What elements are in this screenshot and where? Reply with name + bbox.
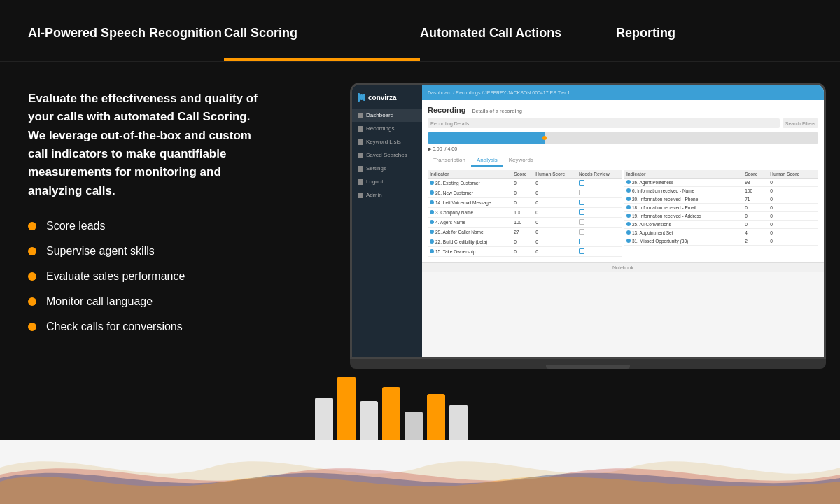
tab-keywords[interactable]: Keywords: [503, 155, 539, 167]
score-val-r: 0: [743, 204, 768, 212]
score-val-r: 93: [743, 178, 768, 187]
footer-wave-area: [0, 440, 840, 504]
human-score-val: 0: [533, 188, 577, 198]
sidebar-logout[interactable]: Logout: [352, 175, 422, 188]
content-area: Recording Details of a recording Recordi…: [422, 100, 824, 262]
sidebar-admin[interactable]: Admin: [352, 188, 422, 202]
review-checkbox[interactable]: [577, 237, 622, 247]
review-checkbox[interactable]: [577, 227, 622, 237]
bullet-text-evaluate-sales: Evaluate sales performance: [46, 270, 185, 283]
human-score-val-r: 0: [768, 220, 818, 229]
score-val: 0: [512, 198, 533, 208]
logo-bar-3: [363, 94, 365, 101]
table-row: 4. Agent Name 100 0: [428, 218, 622, 227]
indicator-name: 20. New Customer: [428, 188, 512, 198]
bullet-check-calls: Check calls for conversions: [28, 321, 266, 333]
human-score-val-r: 0: [768, 212, 818, 220]
play-button[interactable]: ▶ 0:00: [428, 146, 442, 152]
human-score-val-r: 0: [768, 195, 818, 204]
left-panel: Evaluate the effectiveness and quality o…: [0, 62, 294, 440]
chart-bar-5: [427, 394, 445, 440]
indicator-name: 3. Company Name: [428, 208, 512, 218]
score-val: 100: [512, 208, 533, 218]
col-indicator: Indicator: [428, 170, 512, 178]
recording-sub: Details of a recording: [472, 108, 522, 113]
waveform[interactable]: [428, 132, 818, 144]
sidebar-logo: convirza: [352, 89, 422, 108]
feature-list: Score leadsSupervise agent skillsEvaluat…: [28, 220, 266, 333]
nav-label-ai-speech: AI-Powered Speech Recognition: [28, 26, 222, 41]
nav-item-automated-call[interactable]: Automated Call Actions: [420, 0, 616, 61]
sidebar-recordings[interactable]: Recordings: [352, 122, 422, 135]
sidebar-keyword-lists[interactable]: Keyword Lists: [352, 135, 422, 148]
review-checkbox[interactable]: [577, 218, 622, 227]
score-val: 0: [512, 237, 533, 247]
review-checkbox[interactable]: [577, 198, 622, 208]
table-row: 25. All Conversions 0 0: [624, 220, 818, 229]
human-score-val-r: 0: [768, 178, 818, 187]
indicator-name-r: 13. Appointment Set: [624, 229, 743, 237]
indicator-name: 22. Build Credibility (beta): [428, 237, 512, 247]
recordings-icon: [358, 126, 363, 132]
nav-item-call-scoring[interactable]: Call Scoring: [224, 0, 420, 61]
laptop: convirza Dashboard Recordings Keywo: [350, 83, 826, 377]
table-row: 28. Existing Customer 9 0: [428, 178, 622, 188]
nav-item-ai-speech[interactable]: AI-Powered Speech Recognition: [28, 0, 224, 61]
main-nav: AI-Powered Speech RecognitionCall Scorin…: [0, 0, 840, 62]
human-score-val: 0: [533, 208, 577, 218]
review-checkbox[interactable]: [577, 188, 622, 198]
table-row: 22. Build Credibility (beta) 0 0: [428, 237, 622, 247]
search-row: Recording Details Search Filters: [428, 118, 818, 128]
score-val-r: 0: [743, 220, 768, 229]
table-row: 20. Information received - Phone 71 0: [624, 195, 818, 204]
review-checkbox[interactable]: [577, 178, 622, 188]
search-filters[interactable]: Search Filters: [783, 118, 818, 128]
table-row: 29. Ask for Caller Name 27 0: [428, 227, 622, 237]
waveform-progress: [428, 132, 545, 144]
indicator-name-r: 31. Missed Opportunity (33): [624, 237, 743, 246]
search-box[interactable]: Recording Details: [428, 118, 780, 128]
bullet-dot: [28, 247, 36, 255]
score-table-left: Indicator Score Human Score Needs Review: [428, 170, 622, 257]
bullet-dot: [28, 222, 36, 230]
app-topbar: Dashboard / Recordings / JEFFREY JACKSON…: [422, 85, 824, 100]
col-needs-review: Needs Review: [577, 170, 622, 178]
nav-item-reporting[interactable]: Reporting: [616, 0, 812, 61]
indicator-name: 15. Take Ownership: [428, 247, 512, 257]
col-score-r: Score: [743, 170, 768, 178]
bullet-text-score-leads: Score leads: [46, 220, 106, 232]
score-val-r: 100: [743, 187, 768, 195]
human-score-val-r: 0: [768, 204, 818, 212]
tab-analysis[interactable]: Analysis: [471, 155, 503, 167]
chart-bar-0: [315, 398, 333, 440]
human-score-val-r: 0: [768, 229, 818, 237]
sidebar-saved-searches[interactable]: Saved Searches: [352, 148, 422, 162]
review-checkbox[interactable]: [577, 208, 622, 218]
score-val-r: 71: [743, 195, 768, 204]
bullet-supervise-agent: Supervise agent skills: [28, 245, 266, 258]
human-score-val: 0: [533, 198, 577, 208]
tab-transcription[interactable]: Transcription: [428, 155, 471, 167]
review-checkbox[interactable]: [577, 247, 622, 257]
sidebar-dashboard[interactable]: Dashboard: [352, 108, 422, 122]
indicator-name-r: 19. Information received - Address: [624, 212, 743, 220]
chart-bar-6: [449, 405, 468, 440]
score-val-r: 4: [743, 229, 768, 237]
right-panel: convirza Dashboard Recordings Keywo: [294, 62, 840, 440]
table-row: 14. Left Voicemail Message 0 0: [428, 198, 622, 208]
bullet-evaluate-sales: Evaluate sales performance: [28, 270, 266, 283]
score-val: 0: [512, 188, 533, 198]
table-row: 31. Missed Opportunity (33) 2 0: [624, 237, 818, 246]
notebook-bar: Notebook: [422, 262, 824, 272]
indicator-name-r: 26. Agent Politeness: [624, 178, 743, 187]
sidebar-settings[interactable]: Settings: [352, 162, 422, 175]
chart-bar-2: [360, 401, 378, 440]
logo-bar-2: [360, 94, 363, 100]
recording-title: Recording Details of a recording: [428, 106, 818, 114]
main-content: Evaluate the effectiveness and quality o…: [0, 62, 840, 440]
indicator-name: 29. Ask for Caller Name: [428, 227, 512, 237]
human-score-val: 0: [533, 218, 577, 227]
table-row: 6. Information received - Name 100 0: [624, 187, 818, 195]
human-score-val: 0: [533, 227, 577, 237]
admin-icon: [358, 192, 363, 198]
